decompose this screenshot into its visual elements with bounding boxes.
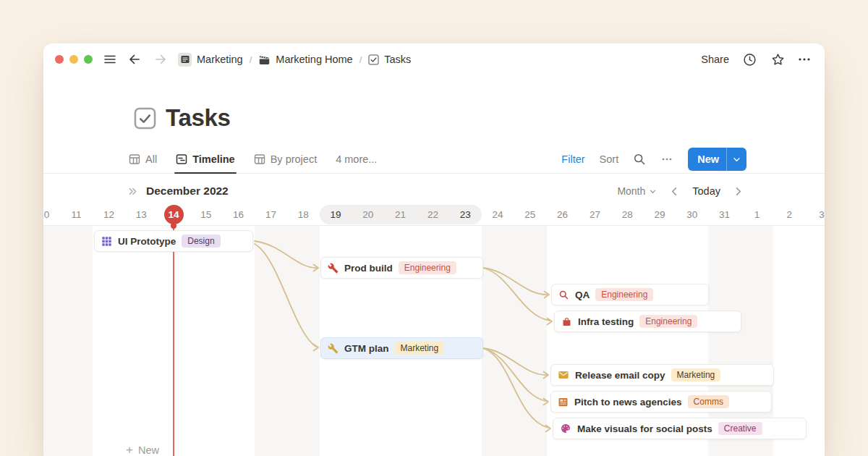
task-tag: Engineering bbox=[639, 315, 697, 328]
task-title: Prod build bbox=[344, 263, 393, 274]
task-card-make-visuals[interactable]: Make visuals for social posts Creative bbox=[553, 418, 807, 439]
search-icon[interactable] bbox=[633, 153, 646, 166]
task-title: UI Prototype bbox=[118, 236, 176, 247]
wrench-icon bbox=[328, 343, 339, 354]
tab-more-views[interactable]: 4 more... bbox=[336, 145, 377, 173]
desktop-background: Marketing / Marketing Home / Tasks bbox=[0, 0, 868, 456]
date-cell-26[interactable]: 26 bbox=[546, 205, 579, 224]
task-card-qa[interactable]: QA Engineering bbox=[551, 284, 709, 305]
task-tag: Design bbox=[182, 235, 220, 248]
share-button[interactable]: Share bbox=[701, 54, 729, 65]
magnifier-icon bbox=[558, 290, 569, 300]
page-header: Tasks bbox=[134, 104, 231, 132]
add-new-task-button[interactable]: + New bbox=[126, 444, 159, 456]
date-cell-3[interactable]: 3 bbox=[806, 205, 825, 224]
date-cell-24[interactable]: 24 bbox=[482, 205, 514, 224]
breadcrumb: Marketing / Marketing Home / Tasks bbox=[178, 53, 411, 67]
clapperboard-icon bbox=[258, 54, 271, 66]
task-card-pitch-news-agencies[interactable]: Pitch to news agencies Comms bbox=[550, 391, 772, 413]
task-title: Make visuals for social posts bbox=[577, 423, 712, 434]
date-cell-11[interactable]: 11 bbox=[60, 205, 93, 224]
date-cell-21[interactable]: 21 bbox=[384, 205, 417, 224]
task-tag: Engineering bbox=[595, 288, 653, 301]
date-cell-2[interactable]: 2 bbox=[773, 205, 806, 224]
previous-chevron-icon[interactable] bbox=[669, 186, 680, 197]
menu-icon[interactable] bbox=[103, 52, 117, 67]
more-options-icon[interactable] bbox=[797, 52, 812, 67]
timeline-icon bbox=[176, 153, 187, 165]
task-card-release-email-copy[interactable]: Release email copy Marketing bbox=[550, 364, 774, 386]
breadcrumb-item-marketing-home[interactable]: Marketing Home bbox=[258, 54, 352, 66]
tab-all[interactable]: All bbox=[129, 145, 157, 173]
titlebar-actions: Share bbox=[701, 52, 812, 67]
notion-app-window: Marketing / Marketing Home / Tasks bbox=[43, 43, 825, 456]
tab-by-project[interactable]: By project bbox=[254, 145, 317, 173]
breadcrumb-label: Tasks bbox=[384, 54, 411, 65]
breadcrumb-item-tasks[interactable]: Tasks bbox=[368, 54, 411, 65]
date-cell-17[interactable]: 17 bbox=[255, 205, 287, 224]
timeline-body: UI Prototype Design Prod build Engineeri… bbox=[43, 225, 825, 456]
date-cell-29[interactable]: 29 bbox=[644, 205, 676, 224]
sort-button[interactable]: Sort bbox=[600, 153, 619, 165]
expand-double-chevron-icon[interactable] bbox=[127, 186, 138, 197]
zoom-window-button[interactable] bbox=[84, 55, 93, 64]
task-card-infra-testing[interactable]: Infra testing Engineering bbox=[554, 311, 741, 332]
task-card-gtm-plan[interactable]: GTM plan Marketing bbox=[320, 337, 483, 359]
breadcrumb-label: Marketing bbox=[197, 54, 243, 65]
date-cell-16[interactable]: 16 bbox=[222, 205, 255, 224]
tab-label: All bbox=[145, 153, 157, 165]
task-title: QA bbox=[575, 290, 590, 300]
date-cell-14[interactable]: 14 bbox=[164, 205, 184, 224]
task-tag: Comms bbox=[688, 395, 729, 408]
date-cell-15[interactable]: 15 bbox=[190, 205, 222, 224]
star-favorite-icon[interactable] bbox=[770, 52, 786, 67]
minimize-window-button[interactable] bbox=[69, 55, 78, 64]
tab-label: By project bbox=[271, 153, 317, 165]
new-dropdown-button[interactable] bbox=[727, 148, 746, 171]
date-cell-27[interactable]: 27 bbox=[579, 205, 611, 224]
new-button-group: New bbox=[688, 148, 746, 171]
scale-label: Month bbox=[617, 185, 645, 197]
wrench-icon bbox=[328, 263, 339, 274]
new-button[interactable]: New bbox=[688, 148, 726, 171]
task-tag: Marketing bbox=[395, 342, 445, 355]
task-card-prod-build[interactable]: Prod build Engineering bbox=[320, 257, 483, 279]
date-cell-12[interactable]: 12 bbox=[93, 205, 125, 224]
tasks-checkbox-icon bbox=[134, 107, 156, 130]
back-arrow-icon[interactable] bbox=[127, 52, 142, 67]
view-options-icon[interactable] bbox=[660, 153, 673, 166]
chevron-down-icon bbox=[649, 187, 657, 195]
tab-timeline[interactable]: Timeline bbox=[176, 145, 235, 173]
envelope-icon bbox=[558, 369, 569, 381]
date-cell-25[interactable]: 25 bbox=[514, 205, 546, 224]
breadcrumb-label: Marketing Home bbox=[276, 54, 352, 65]
history-clock-icon[interactable] bbox=[742, 52, 757, 67]
toolbox-icon bbox=[561, 316, 572, 327]
newspaper-icon bbox=[558, 397, 569, 408]
task-tag: Creative bbox=[718, 422, 762, 435]
date-cell-13[interactable]: 13 bbox=[125, 205, 158, 224]
date-cell-18[interactable]: 18 bbox=[287, 205, 320, 224]
window-controls bbox=[55, 55, 93, 64]
date-cell-1[interactable]: 1 bbox=[741, 205, 773, 224]
date-cell-19[interactable]: 19 bbox=[320, 205, 352, 224]
date-cell-28[interactable]: 28 bbox=[611, 205, 644, 224]
forward-arrow-icon[interactable] bbox=[153, 52, 168, 67]
date-cell-30[interactable]: 30 bbox=[676, 205, 708, 224]
plus-icon: + bbox=[126, 444, 133, 456]
date-cell-10[interactable]: 10 bbox=[43, 205, 60, 224]
date-cell-22[interactable]: 22 bbox=[417, 205, 449, 224]
date-cell-31[interactable]: 31 bbox=[708, 205, 741, 224]
table-icon bbox=[129, 153, 140, 165]
filter-button[interactable]: Filter bbox=[561, 153, 584, 165]
task-card-ui-prototype[interactable]: UI Prototype Design bbox=[94, 230, 253, 252]
date-cell-23[interactable]: 23 bbox=[449, 205, 482, 224]
date-cell-20[interactable]: 20 bbox=[352, 205, 384, 224]
today-button[interactable]: Today bbox=[692, 185, 720, 197]
view-tabs: All Timeline By project 4 more... bbox=[129, 145, 377, 173]
task-tag: Engineering bbox=[399, 261, 456, 274]
timeline-scale-select[interactable]: Month bbox=[617, 185, 657, 197]
close-window-button[interactable] bbox=[55, 55, 64, 64]
breadcrumb-item-marketing[interactable]: Marketing bbox=[178, 53, 243, 67]
next-chevron-icon[interactable] bbox=[733, 186, 744, 197]
